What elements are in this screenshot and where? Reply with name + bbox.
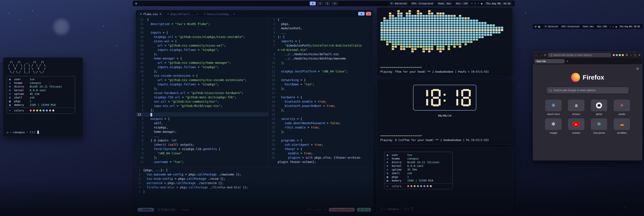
urlbar-input[interactable]: Search with Google or enter address <box>548 53 611 57</box>
viz-block <box>462 24 464 26</box>
tab-flake-nix[interactable]: ❄flake.nix× <box>138 12 164 17</box>
tab-pkgs-default-[interactable]: ❄pkgs/default...× <box>165 12 200 17</box>
shortcut-youtube[interactable]: ▶youtube <box>566 118 586 134</box>
token: "x86_64-linux" <box>147 151 182 155</box>
viz-block <box>445 24 447 26</box>
tray-icon[interactable]: ⌨ <box>610 26 611 28</box>
code-line: 10 }; <box>136 69 268 74</box>
tab-new-tab[interactable]: New Tab <box>534 59 564 63</box>
viz-block <box>442 20 444 22</box>
token: = <box>325 121 330 125</box>
shell-prompt[interactable]: ⌂→canopus~))) <box>7 131 80 134</box>
buffer-iso-config[interactable]: 1{2 pkgs,3 modulesPath,4 ...5}: {6 impor… <box>268 17 373 167</box>
mode-icon: ✎ <box>140 208 141 211</box>
shortcut-claude[interactable]: ✳claude <box>612 100 632 115</box>
tray-icon[interactable]: ◉ <box>481 2 482 5</box>
viz-column <box>408 10 411 53</box>
shell-prompt[interactable]: ⌂→canopus~))) <box>381 207 508 210</box>
clock-digit <box>431 89 440 106</box>
token: } <box>147 139 154 142</box>
launcher-icon[interactable]: ⊞ <box>135 2 137 5</box>
menu-icon[interactable]: ☰ <box>626 54 628 57</box>
line-number: 9 <box>268 56 278 61</box>
new-tab-button[interactable]: + <box>566 60 568 63</box>
home-icon: ⌂ <box>7 131 8 134</box>
extension-icon[interactable] <box>622 54 624 56</box>
tray-icon[interactable]: ⌨ <box>471 2 472 5</box>
back-icon[interactable]: ← <box>535 54 538 57</box>
shortcut-github[interactable]: github <box>589 100 609 115</box>
shortcut-chat.openai[interactable]: ✻chat.openai <box>589 118 609 134</box>
workspace-button-1[interactable]: 1 <box>310 2 316 6</box>
gear-icon[interactable]: ⚙ <box>636 67 639 71</box>
fetch-row: ▣pkgs1 <box>9 99 73 103</box>
tray-icon[interactable]: ♫ <box>474 2 476 5</box>
workspace-button-3[interactable]: 3 <box>324 2 330 6</box>
toggle-button[interactable]: ◉ <box>358 12 364 16</box>
code-text: username = "tux"; <box>147 160 184 164</box>
token: }; <box>147 52 158 56</box>
status-pill: Home: 8ms <box>436 2 453 6</box>
buffer-flake-nix[interactable]: 22{21 description = "tux's NixOS Flake";… <box>136 17 268 167</box>
tab-hosts-isoImag-[interactable]: ❄hosts/isoImag..× <box>202 12 238 17</box>
viz-block <box>400 46 402 48</box>
viz-block <box>411 46 414 48</box>
token: ../../modules/nixos/desktop/awesome <box>278 57 346 60</box>
pkgs-icon: ▣ <box>386 175 392 179</box>
viz-block <box>400 13 402 15</box>
viz-block <box>462 39 464 41</box>
refresh-icon[interactable]: ⟳ <box>544 54 546 57</box>
code-line: 19 bluetooth.enable = true; <box>268 99 373 104</box>
shortcut-search.nixos[interactable]: ❄search.nixos <box>544 100 563 115</box>
code-line: 23 security = { <box>268 117 373 121</box>
shortcut-chatgpt[interactable]: ✻chatgpt <box>544 118 563 134</box>
shortcut-cloudflare[interactable]: ☁cloudflare <box>612 118 632 134</box>
clock-window[interactable]: 08/08/24 =====================> Playing:… <box>377 79 513 145</box>
colon-dot <box>444 94 446 96</box>
tab-close-icon[interactable]: × <box>196 13 198 16</box>
fetch-label: kernel <box>14 88 30 92</box>
token: @ <box>154 139 156 142</box>
tray-icon[interactable]: ⚡ <box>478 2 479 5</box>
clock-date: 08/08/24 <box>380 114 509 117</box>
layout-icon[interactable]: ▣ <box>538 25 540 28</box>
search-input[interactable]: Search with Google or enter address <box>547 87 628 94</box>
extension-icon[interactable] <box>616 54 618 56</box>
workspace-button-2[interactable]: 2 <box>317 2 323 6</box>
tab-close-icon[interactable]: × <box>234 13 235 16</box>
token: {pkgs, ...}: { <box>143 168 168 172</box>
close-button[interactable]: ✕ <box>366 12 371 16</box>
viz-block <box>439 39 442 41</box>
shortcut-amazon[interactable]: aamazon <box>566 100 586 115</box>
terminal-window-left[interactable]: /\ /\ __ /\ /\ / \ / \ / \ / \ / \ \ V /… <box>3 57 83 137</box>
tab-close-icon[interactable]: × <box>160 13 161 16</box>
fetch-window[interactable]: ◉usertux⌂hnamecanopus❄distroNixOS 24.11 … <box>377 147 513 214</box>
firefox-window[interactable]: ← → ⟳ Search with Google or enter addres… <box>533 52 642 160</box>
viz-block <box>478 34 481 36</box>
viz-block <box>420 32 422 33</box>
line-number: 19 <box>268 99 278 104</box>
viz-block <box>428 43 430 45</box>
close-icon[interactable]: ✕ <box>638 54 640 57</box>
viz-block <box>442 29 444 31</box>
viz-block <box>442 39 444 41</box>
viz-block <box>408 15 411 17</box>
forward-icon[interactable]: → <box>540 54 542 57</box>
maximize-button[interactable]: ▢ <box>634 54 636 57</box>
token: = <box>196 83 201 86</box>
launcher-icon[interactable]: ⊞ <box>535 25 536 28</box>
status-pill: P: Balanced <box>389 2 408 6</box>
viz-block <box>445 20 447 22</box>
viz-block <box>470 29 472 31</box>
minimize-button[interactable]: – <box>630 54 632 56</box>
viz-block <box>400 36 402 38</box>
extension-icon[interactable] <box>613 54 615 56</box>
neovim-window[interactable]: ❄flake.nix×❄pkgs/default...×❄hosts/isoIm… <box>136 10 373 213</box>
workspace-button-4[interactable]: 4 <box>332 2 338 6</box>
tray-icon[interactable]: ♫ <box>612 26 614 28</box>
tray-icon[interactable]: ◉ <box>616 26 617 28</box>
visualizer-window[interactable]: =====================> Playing: ffee for… <box>377 7 513 76</box>
play-icon: ▶ <box>575 123 577 125</box>
buffer-pkgs-default[interactable]: 1{pkgs, ...}: {1 tux-awesome-wm-config =… <box>136 167 373 207</box>
extension-icon[interactable] <box>619 54 621 56</box>
